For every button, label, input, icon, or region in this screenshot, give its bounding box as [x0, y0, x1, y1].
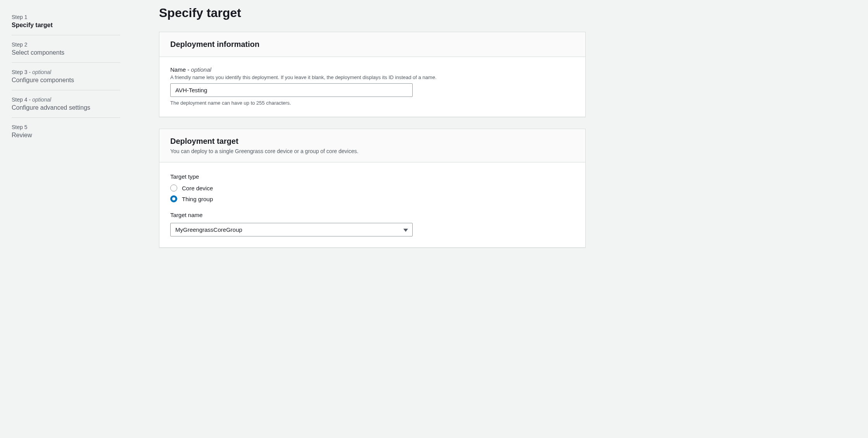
step-1[interactable]: Step 1 Specify target — [12, 8, 120, 35]
panel-header: Deployment target You can deploy to a si… — [159, 129, 585, 162]
deployment-information-panel: Deployment information Name - optional A… — [159, 32, 586, 117]
panel-title: Deployment information — [170, 40, 574, 49]
step-5-title: Review — [12, 132, 120, 139]
name-label: Name - optional — [170, 66, 574, 73]
step-3-number: Step 3 - optional — [12, 69, 120, 75]
step-2-title: Select components — [12, 49, 120, 56]
step-5[interactable]: Step 5 Review — [12, 118, 120, 145]
step-3[interactable]: Step 3 - optional Configure components — [12, 63, 120, 90]
step-3-title: Configure components — [12, 77, 120, 84]
radio-thing-group-label: Thing group — [182, 196, 213, 202]
step-number-text: Step 4 — [12, 97, 27, 103]
radio-circle-selected-icon — [170, 195, 177, 202]
step-5-number: Step 5 — [12, 124, 120, 130]
name-optional-text: optional — [191, 66, 211, 73]
deployment-target-panel: Deployment target You can deploy to a si… — [159, 129, 586, 248]
deployment-name-input[interactable] — [170, 83, 413, 97]
step-4-title: Configure advanced settings — [12, 104, 120, 111]
radio-core-device-label: Core device — [182, 185, 213, 191]
radio-thing-group[interactable]: Thing group — [170, 195, 574, 202]
step-2[interactable]: Step 2 Select components — [12, 35, 120, 63]
target-name-label: Target name — [170, 212, 574, 218]
name-label-text: Name - — [170, 66, 191, 73]
radio-circle-icon — [170, 185, 177, 191]
step-2-number: Step 2 — [12, 41, 120, 48]
target-name-select-wrapper: MyGreengrassCoreGroup — [170, 223, 413, 236]
target-name-select[interactable]: MyGreengrassCoreGroup — [170, 223, 413, 236]
step-number-text: Step 1 — [12, 14, 27, 20]
radio-core-device[interactable]: Core device — [170, 185, 574, 191]
step-number-text: Step 2 — [12, 41, 27, 48]
panel-description: You can deploy to a single Greengrass co… — [170, 148, 574, 154]
panel-body: Name - optional A friendly name lets you… — [159, 57, 585, 117]
wizard-sidebar: Step 1 Specify target Step 2 Select comp… — [0, 0, 132, 438]
step-optional-text: - optional — [27, 97, 51, 103]
target-type-label: Target type — [170, 173, 574, 180]
panel-title: Deployment target — [170, 137, 574, 146]
panel-header: Deployment information — [159, 32, 585, 57]
page-title: Specify target — [159, 6, 586, 20]
name-hint: A friendly name lets you identify this d… — [170, 74, 574, 80]
step-number-text: Step 5 — [12, 124, 27, 130]
step-4[interactable]: Step 4 - optional Configure advanced set… — [12, 90, 120, 118]
step-1-title: Specify target — [12, 22, 120, 29]
step-4-number: Step 4 - optional — [12, 97, 120, 103]
panel-body: Target type Core device Thing group Targ… — [159, 162, 585, 247]
name-helper: The deployment name can have up to 255 c… — [170, 100, 574, 106]
step-number-text: Step 3 — [12, 69, 27, 75]
target-type-radio-group: Core device Thing group — [170, 185, 574, 202]
step-optional-text: - optional — [27, 69, 51, 75]
step-1-number: Step 1 — [12, 14, 120, 20]
main-content: Specify target Deployment information Na… — [132, 0, 597, 438]
